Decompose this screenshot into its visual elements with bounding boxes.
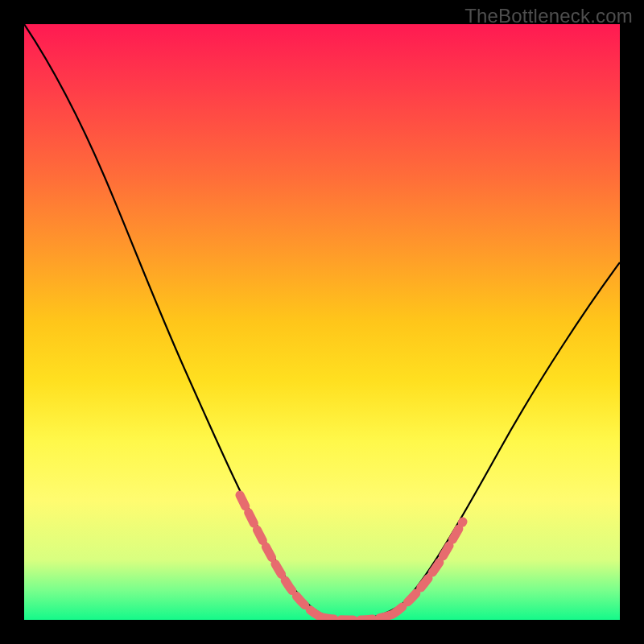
watermark-text: TheBottleneck.com	[464, 5, 633, 27]
highlight-valley-floor	[322, 614, 393, 620]
highlight-right-shoulder	[393, 522, 463, 614]
chart-svg	[24, 24, 620, 620]
chart-plot-area	[24, 24, 620, 620]
bottleneck-curve	[24, 24, 620, 620]
highlight-left-shoulder	[240, 495, 322, 617]
